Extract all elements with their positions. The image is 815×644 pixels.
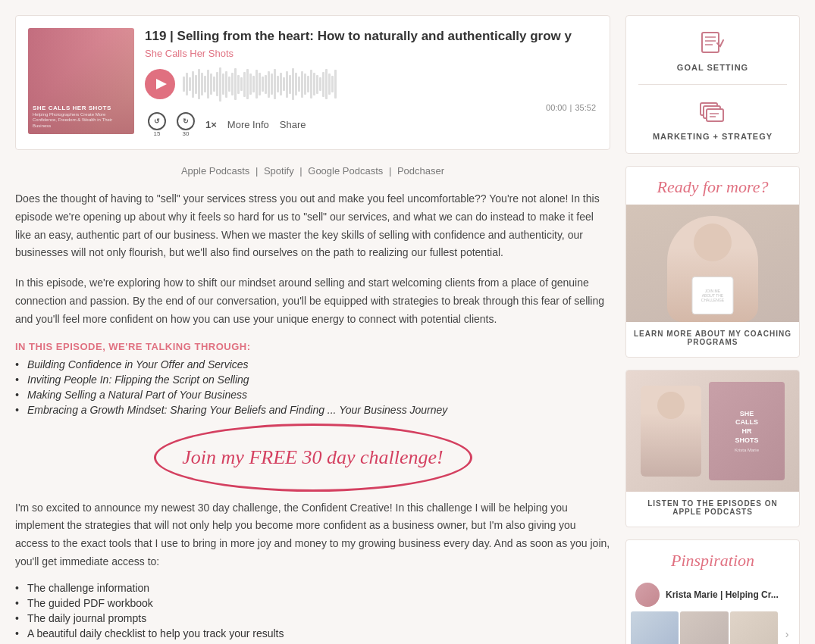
spotify-link[interactable]: Spotify	[264, 165, 294, 177]
more-info-button[interactable]: More Info	[227, 119, 269, 130]
marketing-label: MARKETING + STRATEGY	[653, 132, 773, 141]
description-para1: Does the thought of having to "sell" you…	[15, 190, 610, 262]
cta-banner[interactable]: Join my FREE 30 day challenge!	[15, 431, 610, 484]
main-content: SHE CALLS HER ShOTS Helping Photographer…	[15, 15, 610, 644]
list-item: The challenge information	[15, 582, 610, 594]
benefits-list: The challenge information The guided PDF…	[15, 582, 610, 639]
total-time: 35:52	[575, 103, 596, 112]
time-display: 00:00 | 35:52	[145, 103, 597, 112]
cover-title: SHE CALLS HER ShOTS	[33, 105, 130, 112]
body-para1: I'm so excited to announce my newest 30 …	[15, 499, 610, 571]
goal-setting-label: GOAL SETTING	[677, 63, 748, 72]
skip-back-icon: ↺	[154, 117, 160, 125]
marketing-icon	[697, 97, 728, 127]
episode-title: 119 | Selling from the heart: How to nat…	[145, 28, 597, 45]
apple-podcasts-link[interactable]: Apple Podcasts	[181, 165, 249, 177]
list-item: The daily journal prompts	[15, 612, 610, 624]
pin-image-2	[680, 611, 728, 644]
list-item: Inviting People In: Flipping the Script …	[15, 374, 610, 386]
sidebar-icons-section: GOAL SETTING MARKETING + STRATEGY	[625, 15, 800, 154]
skip-forward-button[interactable]: ↻ 30	[177, 112, 195, 137]
sidebar: GOAL SETTING MARKETING + STRATEGY Read	[625, 15, 800, 644]
she-calls-image: SHECALLSHRSHOTS Krista Marie	[626, 370, 799, 492]
current-time: 00:00	[546, 103, 567, 112]
skip-forward-icon: ↻	[183, 117, 189, 125]
goal-setting-item[interactable]: GOAL SETTING	[677, 28, 748, 72]
podcast-cover: SHE CALLS HER ShOTS Helping Photographer…	[28, 28, 134, 134]
marketing-item[interactable]: MARKETING + STRATEGY	[653, 97, 773, 141]
skip-forward-label: 30	[183, 130, 190, 137]
description-para2: In this episode, we're exploring how to …	[15, 274, 610, 328]
podchaser-link[interactable]: Podchaser	[397, 165, 444, 177]
pin-image-3	[730, 611, 778, 644]
apple-cta-label[interactable]: LISTEN TO THE EPISODES ON APPLE PODCASTS	[626, 492, 799, 516]
pin-image-1	[631, 611, 679, 644]
sep1: |	[255, 165, 258, 177]
coaching-image: JOIN MEABOUT THECHALLENGE	[626, 205, 799, 322]
google-podcasts-link[interactable]: Google Podcasts	[308, 165, 383, 177]
pinspiration-title: Pinspiration	[626, 540, 799, 578]
topics-list: Building Confidence in Your Offer and Se…	[15, 358, 610, 416]
time-sep: |	[570, 103, 572, 112]
sidebar-divider	[638, 84, 787, 85]
pin-images: ›	[626, 611, 799, 644]
ready-title: Ready for more?	[626, 167, 799, 205]
player-card: SHE CALLS HER ShOTS Helping Photographer…	[15, 15, 610, 150]
podcast-name: She Calls Her Shots	[145, 48, 597, 59]
pin-avatar	[635, 583, 660, 607]
ready-section: Ready for more? JOIN MEABOUT THECHALLENG…	[625, 166, 800, 358]
pin-header: Krista Marie | Helping Cr...	[626, 578, 799, 611]
cover-subtitle: Helping Photographers Create More Confid…	[33, 112, 130, 130]
cta-text: Join my FREE 30 day challenge!	[30, 446, 595, 469]
pin-user: Krista Marie | Helping Cr...	[666, 589, 779, 600]
pinspiration-section: Pinspiration Krista Marie | Helping Cr..…	[625, 539, 800, 644]
play-icon	[156, 79, 167, 89]
svg-rect-0	[702, 33, 719, 52]
podcast-links: Apple Podcasts | Spotify | Google Podcas…	[15, 165, 610, 177]
player-info: 119 | Selling from the heart: How to nat…	[145, 28, 597, 137]
list-item: Embracing a Growth Mindset: Sharing Your…	[15, 404, 610, 416]
section-header: IN THIS EPISODE, WE'RE TALKING THROUGH:	[15, 341, 610, 352]
list-item: A beautiful daily checklist to help you …	[15, 627, 610, 639]
goal-setting-icon	[697, 28, 728, 58]
sep3: |	[389, 165, 391, 177]
she-calls-cover: SHECALLSHRSHOTS Krista Marie	[709, 382, 785, 480]
sep2: |	[299, 165, 302, 177]
skip-back-button[interactable]: ↺ 15	[148, 112, 166, 137]
svg-rect-6	[707, 109, 723, 121]
list-item: Building Confidence in Your Offer and Se…	[15, 358, 610, 370]
waveform[interactable]	[183, 65, 597, 103]
list-item: Making Selling a Natural Part of Your Bu…	[15, 389, 610, 401]
apple-section: SHECALLSHRSHOTS Krista Marie LISTEN TO T…	[625, 370, 800, 527]
skip-back-label: 15	[154, 130, 161, 137]
play-button[interactable]	[145, 69, 175, 99]
speed-button[interactable]: 1×	[205, 119, 217, 130]
share-button[interactable]: Share	[280, 119, 306, 130]
coaching-cta-label[interactable]: LEARN MORE ABOUT MY COACHING PROGRAMS	[626, 330, 799, 346]
list-item: The guided PDF workbook	[15, 597, 610, 609]
pin-more-indicator[interactable]: ›	[779, 611, 795, 644]
